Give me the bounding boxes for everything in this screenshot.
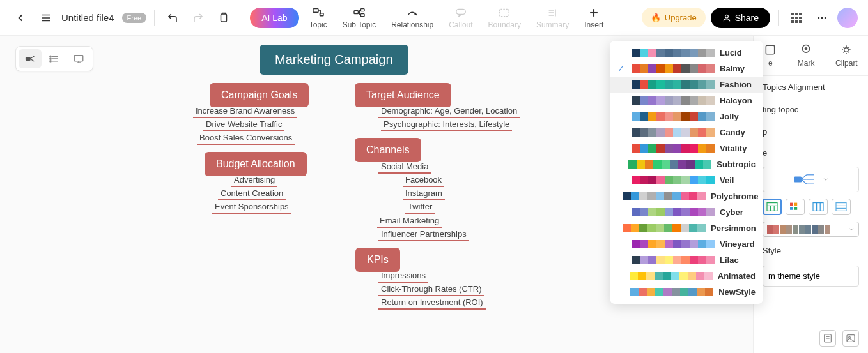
palette-swatches: [632, 256, 715, 264]
palette-swatches: [623, 224, 706, 232]
palette-veil[interactable]: Veil: [610, 172, 763, 188]
layout-opt-1[interactable]: [763, 199, 782, 215]
apps-button[interactable]: [786, 8, 807, 28]
svg-point-27: [50, 61, 51, 62]
leaf[interactable]: Increase Brand Awareness: [193, 106, 297, 118]
palette-subtropic[interactable]: Subtropic: [610, 156, 763, 172]
palette-jolly[interactable]: Jolly: [610, 109, 763, 124]
e-section: e: [754, 143, 868, 163]
note-button[interactable]: [819, 330, 836, 347]
topic-tool[interactable]: Topic: [304, 6, 332, 29]
leaf[interactable]: Click-Through Rates (CTR): [378, 284, 484, 296]
mindmap-view-button[interactable]: [19, 49, 42, 68]
leaf[interactable]: Advertising: [231, 175, 277, 187]
grid-icon: [791, 13, 802, 23]
palette-fashion[interactable]: Fashion: [610, 77, 763, 93]
slideshow-view-button[interactable]: [67, 49, 90, 68]
clipart-tab[interactable]: Clipart: [835, 43, 858, 68]
undo-button[interactable]: [162, 8, 183, 28]
svg-rect-32: [766, 45, 775, 54]
branch-budget[interactable]: Budget Allocation: [205, 152, 307, 176]
svg-line-39: [801, 179, 806, 184]
relationship-tool[interactable]: Relationship: [386, 6, 438, 29]
menu-button[interactable]: [36, 8, 56, 28]
layout-opt-3[interactable]: [809, 199, 828, 215]
palette-swatches: [630, 272, 713, 280]
layout-opt-4[interactable]: [832, 199, 851, 215]
leaf[interactable]: Boost Sales Conversions: [197, 133, 295, 145]
leaf[interactable]: Twitter: [405, 202, 435, 214]
image-button[interactable]: [842, 330, 859, 347]
palette-polychrome[interactable]: Polychrome: [610, 188, 763, 204]
leaf[interactable]: Influencer Partnerships: [378, 229, 469, 241]
svg-rect-48: [794, 203, 797, 206]
palette-cyber[interactable]: Cyber: [610, 204, 763, 220]
ting-topoc[interactable]: ting topoc: [754, 98, 868, 121]
layout-opt-2[interactable]: [786, 199, 805, 215]
filename[interactable]: Untitled file4: [61, 12, 114, 23]
share-button[interactable]: Share: [711, 8, 770, 28]
leaf[interactable]: Demographic: Age, Gender, Location: [378, 106, 520, 118]
insert-tool[interactable]: Insert: [579, 6, 608, 29]
mark-tab[interactable]: Mark: [798, 43, 815, 68]
branch-channels[interactable]: Channels: [355, 138, 421, 162]
leaf[interactable]: Instagram: [403, 188, 445, 200]
palette-animated[interactable]: Animated: [610, 268, 763, 284]
palette-lucid[interactable]: Lucid: [610, 45, 763, 61]
palette-name: NewStyle: [718, 287, 756, 297]
palette-swatches: [632, 208, 715, 216]
palette-swatches: [628, 160, 711, 169]
palette-lilac[interactable]: Lilac: [610, 252, 763, 268]
divider: [154, 10, 155, 26]
check-icon: ✓: [617, 64, 626, 73]
redo-button[interactable]: [188, 8, 208, 28]
palette-name: Persimmon: [711, 223, 756, 233]
palette-swatches: [632, 80, 715, 89]
leaf[interactable]: Impressions: [378, 271, 428, 283]
upgrade-button[interactable]: 🔥Upgrade: [642, 8, 706, 27]
svg-rect-6: [354, 10, 358, 13]
outline-view-button[interactable]: [43, 49, 66, 68]
palette-vitality[interactable]: Vitality: [610, 140, 763, 156]
palette-name: Fashion: [720, 80, 752, 89]
palette-candy[interactable]: Candy: [610, 124, 763, 140]
palette-name: Vitality: [720, 144, 747, 153]
palette-balmy[interactable]: ✓Balmy: [610, 61, 763, 77]
leaf[interactable]: Event Sponsorships: [212, 202, 291, 214]
ai-lab-button[interactable]: AI Lab: [250, 8, 298, 28]
fire-icon: 🔥: [651, 13, 661, 22]
summary-tool: Summary: [531, 6, 574, 29]
custom-theme-button[interactable]: m theme style: [763, 266, 859, 287]
branch-target-audience[interactable]: Target Audience: [355, 83, 451, 107]
leaf[interactable]: Facebook: [403, 175, 444, 187]
leaf[interactable]: Content Creation: [218, 188, 286, 200]
leaf[interactable]: Drive Website Traffic: [203, 119, 284, 131]
more-button[interactable]: [812, 8, 832, 28]
leaf[interactable]: Psychographic: Interests, Lifestyle: [381, 119, 512, 131]
svg-rect-7: [360, 8, 364, 11]
subtopic-tool[interactable]: Sub Topic: [337, 6, 381, 29]
palette-swatches: [632, 112, 715, 121]
root-node[interactable]: Marketing Campaign: [260, 45, 408, 75]
clipboard-button[interactable]: [213, 8, 234, 28]
leaf[interactable]: Return on Investment (ROI): [378, 297, 486, 310]
leaf[interactable]: Social Media: [378, 161, 431, 174]
svg-rect-3: [221, 14, 227, 22]
p-item[interactable]: p: [754, 121, 868, 143]
color-strip[interactable]: [763, 222, 859, 237]
branch-campaign-goals[interactable]: Campaign Goals: [210, 83, 309, 107]
palette-newstyle[interactable]: NewStyle: [610, 284, 763, 300]
unknown-tab[interactable]: e: [764, 43, 777, 68]
avatar[interactable]: [837, 8, 858, 28]
svg-rect-4: [313, 8, 318, 12]
free-badge: Free: [122, 13, 147, 23]
structure-preview[interactable]: [763, 167, 859, 192]
palette-persimmon[interactable]: Persimmon: [610, 220, 763, 236]
back-button[interactable]: [10, 8, 31, 28]
branch-kpis[interactable]: KPIs: [355, 248, 400, 272]
palette-name: Balmy: [720, 64, 745, 73]
leaf[interactable]: Email Marketing: [377, 216, 442, 228]
palette-halcyon[interactable]: Halcyon: [610, 93, 763, 109]
topics-alignment[interactable]: Topics Alignment: [754, 76, 868, 98]
palette-vineyard[interactable]: Vineyard: [610, 236, 763, 252]
